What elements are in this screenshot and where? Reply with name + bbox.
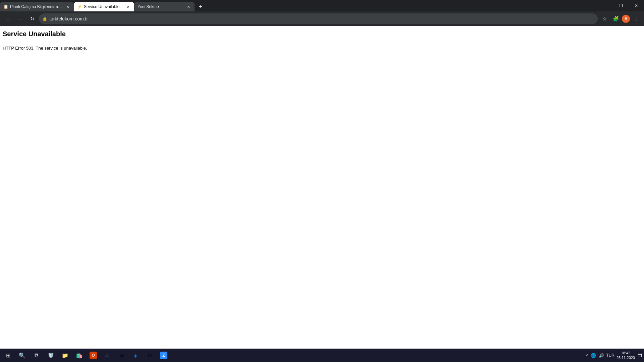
mail-icon: ✉ bbox=[117, 351, 125, 359]
address-input[interactable] bbox=[49, 16, 594, 21]
notification-icon[interactable]: 🗔 bbox=[637, 352, 643, 359]
tray-chevron[interactable]: ^ bbox=[585, 352, 589, 359]
edge-icon: ◈ bbox=[131, 351, 140, 359]
new-tab-button[interactable]: + bbox=[196, 2, 205, 11]
steam-icon: ♨ bbox=[103, 351, 111, 359]
title-bar: 📋 Planlı Çalışma Bilgilendirme - TU... ✕… bbox=[0, 0, 644, 11]
error-detail: HTTP Error 503. The service is unavailab… bbox=[3, 46, 641, 51]
clock-time: 18:42 bbox=[621, 351, 631, 355]
minimize-button[interactable]: — bbox=[598, 0, 613, 11]
taskbar-apps: 🛡️ 📁 🛍️ O ♨ ✉ ◈ ⊙ Z bbox=[44, 349, 170, 362]
tab3-title: Yeni Sekme bbox=[138, 4, 184, 9]
back-button[interactable]: ← bbox=[3, 13, 13, 24]
tab1-title: Planlı Çalışma Bilgilendirme - TU... bbox=[10, 4, 63, 9]
taskbar-app-zoom[interactable]: Z bbox=[157, 349, 170, 362]
tab-service-unavailable[interactable]: ⚡ Service Unavailable ✕ bbox=[74, 2, 134, 11]
security-icon: 🛡️ bbox=[47, 351, 55, 359]
zoom-icon: Z bbox=[160, 352, 167, 359]
window-controls: — ❐ ✕ bbox=[598, 0, 644, 11]
taskbar-app-edge[interactable]: ◈ bbox=[129, 349, 142, 362]
tab2-close-button[interactable]: ✕ bbox=[125, 4, 131, 9]
extensions-button[interactable]: 🧩 bbox=[610, 13, 621, 24]
taskbar-right: ^ 🌐 🔊 TUR 18:42 25.11.2020 🗔 bbox=[585, 349, 643, 362]
taskbar-app-steam[interactable]: ♨ bbox=[101, 349, 114, 362]
tabs-container: 📋 Planlı Çalışma Bilgilendirme - TU... ✕… bbox=[0, 0, 205, 11]
taskbar-app-security[interactable]: 🛡️ bbox=[44, 349, 58, 362]
bookmark-button[interactable]: ☆ bbox=[599, 13, 610, 24]
tab1-favicon: 📋 bbox=[3, 4, 8, 9]
taskbar-app-store[interactable]: 🛍️ bbox=[72, 349, 86, 362]
page-content: Service Unavailable HTTP Error 503. The … bbox=[0, 26, 644, 349]
store-icon: 🛍️ bbox=[75, 351, 83, 359]
language-indicator: TUR bbox=[606, 353, 614, 358]
tab1-close-button[interactable]: ✕ bbox=[65, 4, 70, 9]
office-icon: O bbox=[90, 352, 97, 359]
profile-avatar[interactable]: A bbox=[622, 15, 630, 23]
restore-button[interactable]: ❐ bbox=[613, 0, 629, 11]
tab3-close-button[interactable]: ✕ bbox=[186, 4, 191, 9]
address-bar-container[interactable]: 🔒 bbox=[39, 13, 598, 24]
system-icons: ^ 🌐 🔊 TUR bbox=[585, 352, 614, 359]
tab2-favicon: ⚡ bbox=[77, 4, 82, 9]
taskbar-left: ⊞ 🔍 ⧉ bbox=[1, 349, 43, 362]
browser-window: 📋 Planlı Çalışma Bilgilendirme - TU... ✕… bbox=[0, 0, 644, 362]
search-button[interactable]: 🔍 bbox=[15, 349, 29, 362]
taskbar-app-office[interactable]: O bbox=[87, 349, 100, 362]
menu-button[interactable]: ⋮ bbox=[631, 13, 641, 24]
taskbar-app-mail[interactable]: ✉ bbox=[115, 349, 128, 362]
taskbar-app-chrome[interactable]: ⊙ bbox=[143, 349, 156, 362]
explorer-icon: 📁 bbox=[61, 351, 69, 359]
toolbar: ← → ↻ 🔒 ☆ 🧩 A ⋮ bbox=[0, 11, 644, 26]
divider bbox=[3, 42, 641, 42]
taskbar-app-explorer[interactable]: 📁 bbox=[58, 349, 72, 362]
refresh-button[interactable]: ↻ bbox=[27, 13, 38, 24]
clock[interactable]: 18:42 25.11.2020 bbox=[616, 351, 635, 360]
chrome-icon: ⊙ bbox=[146, 351, 154, 359]
clock-date: 25.11.2020 bbox=[616, 355, 635, 360]
forward-button[interactable]: → bbox=[15, 13, 25, 24]
lock-icon: 🔒 bbox=[42, 16, 47, 21]
tab2-title: Service Unavailable bbox=[84, 4, 123, 9]
volume-icon[interactable]: 🔊 bbox=[598, 352, 605, 359]
network-icon[interactable]: 🌐 bbox=[590, 352, 597, 359]
taskbar: ⊞ 🔍 ⧉ 🛡️ 📁 🛍️ O ♨ ✉ ◈ bbox=[0, 349, 644, 362]
task-view-button[interactable]: ⧉ bbox=[30, 349, 43, 362]
tab-planned-work[interactable]: 📋 Planlı Çalışma Bilgilendirme - TU... ✕ bbox=[0, 2, 74, 11]
error-title: Service Unavailable bbox=[3, 29, 641, 39]
start-button[interactable]: ⊞ bbox=[1, 349, 15, 362]
close-button[interactable]: ✕ bbox=[629, 0, 644, 11]
toolbar-right: ☆ 🧩 A ⋮ bbox=[599, 13, 641, 24]
tab-new-tab[interactable]: Yeni Sekme ✕ bbox=[134, 2, 195, 11]
